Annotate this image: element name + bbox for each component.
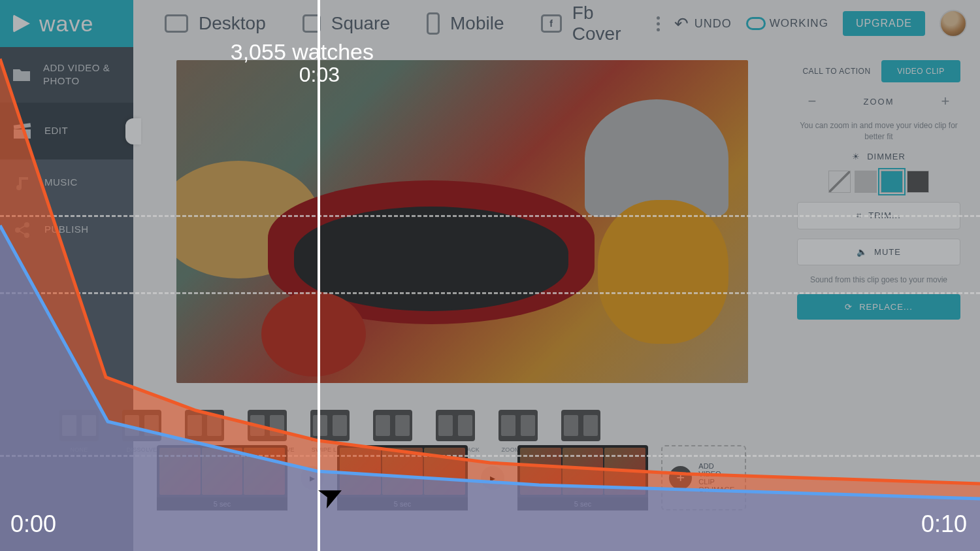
sidebar-item-publish[interactable]: PUBLISH [0,207,133,254]
clip-1[interactable]: 5 sec [157,445,287,510]
desktop-icon [165,14,188,33]
speaker-icon: 🔈 [857,247,868,257]
play-icon [13,14,30,33]
facebook-icon: f [541,14,562,33]
share-icon [12,221,33,239]
svg-point-4 [24,233,29,238]
sidebar-item-music[interactable]: MUSIC [0,159,133,207]
undo-arrow-icon: ↶ [674,14,689,34]
crop-icon: ⌗ [857,210,862,221]
transition-slot-1[interactable]: ▸ [301,466,324,490]
mute-button[interactable]: 🔈 MUTE [797,239,960,265]
zoom-help: You can zoom in and move your video clip… [797,120,960,142]
format-square[interactable]: Square [284,0,408,47]
dimmer-label: DIMMER [867,152,906,161]
trim-button[interactable]: ⌗ TRIM... [797,202,960,229]
zoom-label: ZOOM [864,97,894,107]
format-desktop[interactable]: Desktop [146,0,284,47]
cloud-icon [746,17,766,30]
square-icon [302,14,321,33]
timeline: NONE DISSOLVE ENTRANCE CROSS-DISSOLVE SW… [133,433,980,551]
svg-rect-0 [14,129,31,139]
svg-point-2 [15,227,20,233]
video-canvas[interactable] [176,60,748,383]
brand-name: wave [39,11,93,37]
format-fbcover[interactable]: f Fb Cover [523,0,657,47]
clip-3[interactable]: 5 sec [517,445,648,510]
drag-handle-icon[interactable] [125,118,141,144]
clapper-icon [12,122,33,141]
properties-panel: CALL TO ACTION VIDEO CLIP − ZOOM + You c… [791,60,967,420]
dimmer-light[interactable] [855,171,877,193]
topbar: Desktop Square Mobile f Fb Cover ↶ UNDO [133,0,980,47]
more-menu-icon[interactable] [657,16,660,31]
transition-slot-2[interactable]: ▸ [481,466,504,490]
svg-rect-1 [14,123,31,129]
sidebar: wave ADD VIDEO & PHOTO EDIT MUSIC PUB [0,0,133,551]
undo-button[interactable]: ↶ UNDO [674,14,732,34]
logo[interactable]: wave [0,0,133,47]
main: Desktop Square Mobile f Fb Cover ↶ UNDO [133,0,980,551]
tab-video-clip[interactable]: VIDEO CLIP [881,60,960,82]
zoom-in-button[interactable]: + [936,92,955,111]
tab-cta[interactable]: CALL TO ACTION [797,60,876,82]
dimmer-none[interactable] [828,171,851,193]
upgrade-button[interactable]: UPGRADE [843,11,925,36]
dimmer-dark[interactable] [907,171,929,193]
format-mobile[interactable]: Mobile [408,0,522,47]
sidebar-publish-label: PUBLISH [44,223,89,236]
sound-help: Sound from this clip goes to your movie [797,275,960,286]
plus-icon: + [669,466,692,490]
zoom-out-button[interactable]: − [802,92,822,111]
clip-2[interactable]: 5 sec [337,445,468,510]
sidebar-add-label: ADD VIDEO & PHOTO [43,61,122,88]
add-clip-button[interactable]: + ADDVIDEO CLIPOR IMAGE [661,445,746,510]
sidebar-item-edit[interactable]: EDIT [0,103,133,159]
sidebar-edit-label: EDIT [44,124,68,137]
brightness-icon: ☀ [852,152,860,161]
sidebar-music-label: MUSIC [44,176,78,189]
sidebar-item-add[interactable]: ADD VIDEO & PHOTO [0,47,133,103]
music-icon [12,174,33,192]
dimmer-teal[interactable] [881,171,903,193]
replace-button[interactable]: ⟳ REPLACE... [797,294,960,320]
dimmer-swatches [797,171,960,193]
avatar[interactable] [939,10,967,37]
mobile-icon [427,12,440,35]
svg-point-3 [24,222,29,227]
refresh-icon: ⟳ [845,302,853,312]
sync-status: WORKING [746,17,828,30]
folder-icon [12,65,31,84]
